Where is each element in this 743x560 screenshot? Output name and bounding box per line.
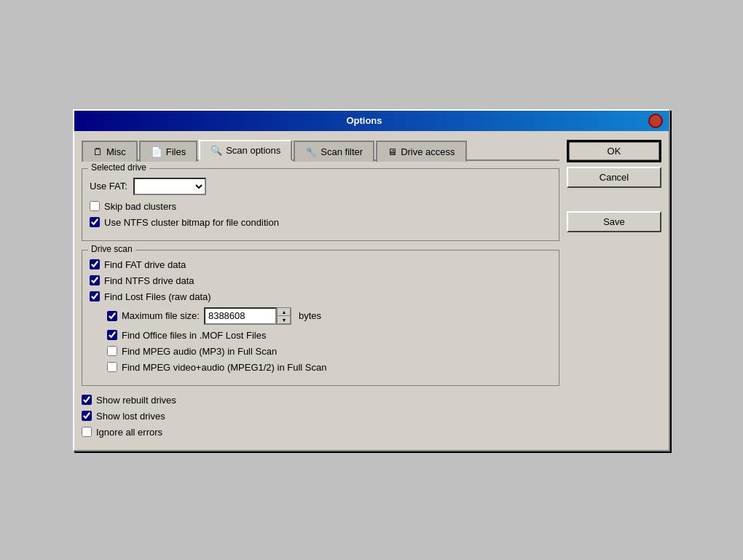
misc-icon: 🗒	[93, 146, 103, 157]
cancel-button[interactable]: Cancel	[567, 167, 661, 188]
selected-drive-group: Selected drive Use FAT: FAT12 FAT16 FAT3…	[82, 168, 559, 241]
show-rebuilt-row: Show rebuilt drives	[82, 395, 559, 406]
ignore-errors-checkbox[interactable]	[82, 427, 92, 437]
find-mpeg-audio-checkbox[interactable]	[107, 346, 117, 356]
find-ntfs-label: Find NTFS drive data	[104, 275, 194, 286]
max-file-size-label: Maximum file size:	[122, 310, 200, 321]
tab-misc-label: Misc	[106, 146, 126, 157]
find-ntfs-checkbox[interactable]	[90, 275, 100, 285]
show-lost-checkbox[interactable]	[82, 411, 92, 421]
tab-bar: 🗒 Misc 📄 Files 🔍 Scan options 🔧 Scan fil…	[82, 138, 559, 161]
use-fat-label: Use FAT:	[90, 181, 127, 192]
use-ntfs-checkbox[interactable]	[90, 217, 100, 227]
tab-drive-access-label: Drive access	[401, 146, 455, 157]
find-ntfs-row: Find NTFS drive data	[90, 275, 551, 286]
tab-scan-filter-label: Scan filter	[321, 146, 363, 157]
skip-bad-clusters-row: Skip bad clusters	[90, 201, 551, 212]
tab-misc[interactable]: 🗒 Misc	[82, 141, 138, 162]
title-bar: Options	[74, 111, 669, 131]
ok-button[interactable]: OK	[567, 140, 661, 162]
max-file-size-input-group: ▲ ▼	[204, 307, 291, 325]
find-office-label: Find Office files in .MOF Lost Files	[122, 330, 266, 341]
use-fat-row: Use FAT: FAT12 FAT16 FAT32	[90, 178, 551, 195]
find-lost-label: Find Lost Files (raw data)	[104, 291, 211, 302]
skip-bad-clusters-label: Skip bad clusters	[104, 201, 176, 212]
ignore-errors-row: Ignore all errors	[82, 427, 559, 438]
spinner-up-button[interactable]: ▲	[278, 308, 291, 316]
close-button[interactable]	[648, 114, 663, 128]
show-lost-row: Show lost drives	[82, 411, 559, 422]
find-mpeg-video-checkbox[interactable]	[107, 362, 117, 372]
sidebar-buttons: OK Cancel Save	[567, 138, 661, 443]
tab-scan-options[interactable]: 🔍 Scan options	[199, 140, 292, 161]
max-file-size-row: Maximum file size: ▲ ▼ bytes	[107, 307, 551, 325]
use-ntfs-row: Use NTFS cluster bitmap for file conditi…	[90, 217, 551, 228]
find-fat-checkbox[interactable]	[90, 259, 100, 269]
find-lost-row: Find Lost Files (raw data)	[90, 291, 551, 302]
spinner-buttons: ▲ ▼	[277, 307, 291, 325]
window-body: 🗒 Misc 📄 Files 🔍 Scan options 🔧 Scan fil…	[74, 131, 669, 450]
find-mpeg-video-row: Find MPEG video+audio (MPEG1/2) in Full …	[107, 362, 551, 373]
ignore-errors-label: Ignore all errors	[96, 427, 162, 438]
save-button[interactable]: Save	[567, 211, 661, 232]
spinner-down-button[interactable]: ▼	[278, 316, 291, 324]
scan-options-icon: 🔍	[211, 145, 222, 156]
scan-filter-icon: 🔧	[305, 146, 317, 157]
skip-bad-clusters-checkbox[interactable]	[90, 201, 100, 211]
bytes-label: bytes	[299, 310, 321, 321]
find-mpeg-audio-label: Find MPEG audio (MP3) in Full Scan	[122, 346, 277, 357]
show-rebuilt-label: Show rebuilt drives	[96, 395, 176, 406]
bottom-section: Show rebuilt drives Show lost drives Ign…	[82, 395, 559, 438]
tab-scan-filter[interactable]: 🔧 Scan filter	[294, 141, 374, 162]
window-title: Options	[80, 115, 648, 126]
use-fat-select[interactable]: FAT12 FAT16 FAT32	[133, 178, 206, 195]
drive-scan-group: Drive scan Find FAT drive data Find NTFS…	[82, 250, 559, 386]
main-content: 🗒 Misc 📄 Files 🔍 Scan options 🔧 Scan fil…	[82, 138, 559, 443]
use-ntfs-label: Use NTFS cluster bitmap for file conditi…	[104, 217, 279, 228]
find-office-checkbox[interactable]	[107, 330, 117, 340]
selected-drive-label: Selected drive	[88, 162, 149, 173]
max-file-size-input[interactable]	[204, 307, 277, 325]
show-rebuilt-checkbox[interactable]	[82, 395, 92, 405]
tab-files[interactable]: 📄 Files	[139, 141, 197, 162]
drive-access-icon: 🖥	[388, 146, 397, 157]
find-mpeg-video-label: Find MPEG video+audio (MPEG1/2) in Full …	[122, 362, 326, 373]
tab-files-label: Files	[166, 146, 186, 157]
max-file-size-checkbox[interactable]	[107, 311, 117, 321]
find-mpeg-audio-row: Find MPEG audio (MP3) in Full Scan	[107, 346, 551, 357]
find-fat-label: Find FAT drive data	[104, 259, 186, 270]
find-fat-row: Find FAT drive data	[90, 259, 551, 270]
find-lost-checkbox[interactable]	[90, 291, 100, 301]
files-icon: 📄	[151, 146, 162, 157]
find-office-row: Find Office files in .MOF Lost Files	[107, 330, 551, 341]
tab-drive-access[interactable]: 🖥 Drive access	[376, 141, 466, 162]
tab-scan-options-label: Scan options	[226, 145, 280, 156]
drive-scan-label: Drive scan	[88, 244, 135, 254]
show-lost-label: Show lost drives	[96, 411, 165, 422]
options-dialog: Options 🗒 Misc 📄 Files 🔍 Scan options	[73, 109, 670, 451]
